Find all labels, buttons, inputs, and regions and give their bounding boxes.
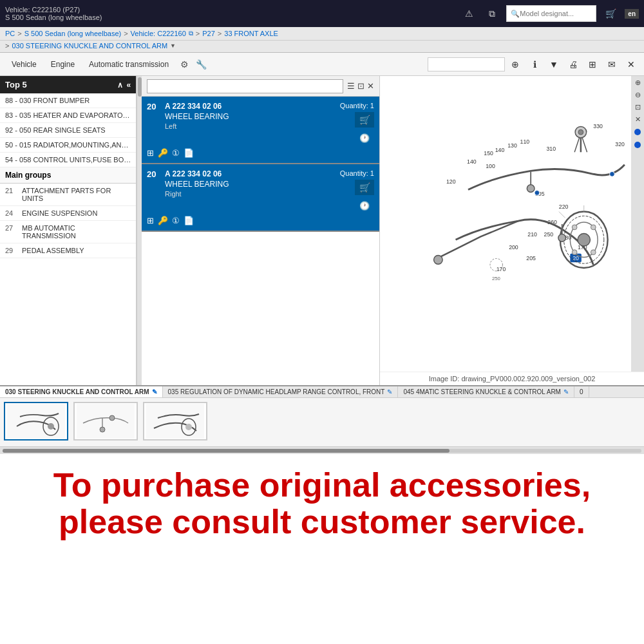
rt-close[interactable]: ✕ bbox=[635, 115, 641, 124]
thumb-label-2[interactable]: 045 4MATIC STEERING KNUCKLE & CONTROL AR… bbox=[398, 386, 574, 397]
rt-zoom-out[interactable]: ⊖ bbox=[635, 91, 641, 99]
part-pos-1: 20 bbox=[147, 169, 160, 198]
mid-toolbar: ☰ ⊡ ✕ bbox=[142, 76, 379, 97]
copy-icon[interactable]: ⧉ bbox=[483, 5, 501, 23]
warning-icon[interactable]: ⚠ bbox=[460, 5, 478, 23]
group-item-24[interactable]: 24 ENGINE SUSPENSION bbox=[0, 206, 136, 221]
model-search-input[interactable] bbox=[520, 10, 592, 17]
scrollbar-thumb[interactable] bbox=[3, 449, 450, 453]
clock-button-1[interactable]: 🕐 bbox=[355, 198, 374, 213]
email-icon[interactable]: ✉ bbox=[604, 57, 620, 72]
bc-front-axle[interactable]: 33 FRONT AXLE bbox=[224, 30, 278, 37]
breadcrumb-row1: PC > S 500 Sedan (long wheelbase) > Vehi… bbox=[0, 27, 644, 41]
thumb-label-1[interactable]: 035 REGULATION OF DYNAMIC HEADLAMP RANGE… bbox=[163, 386, 399, 397]
edit-icon-1[interactable]: ✎ bbox=[387, 388, 392, 395]
part-icons-1: ⊞ 🔑 ① 📄 bbox=[147, 216, 374, 225]
clock-button-0[interactable]: 🕐 bbox=[355, 130, 374, 146]
double-arrow-icon[interactable]: « bbox=[127, 80, 131, 90]
info-detail-icon[interactable]: ① bbox=[172, 148, 180, 158]
toolbar: Vehicle Engine Automatic transmission ⚙ … bbox=[0, 53, 644, 76]
copy-small-icon[interactable]: ⧉ bbox=[189, 30, 193, 37]
cart-button-0[interactable]: 🛒 bbox=[355, 112, 374, 128]
svg-text:120: 120 bbox=[446, 178, 456, 184]
top5-item-0[interactable]: 88 - 030 FRONT BUMPER bbox=[0, 93, 136, 108]
toolbar-search-input[interactable] bbox=[428, 57, 505, 71]
key-icon-1[interactable]: 🔑 bbox=[158, 216, 168, 225]
grid-detail-icon-1[interactable]: ⊞ bbox=[147, 216, 154, 225]
doc-icon[interactable]: 📄 bbox=[184, 148, 194, 158]
top5-title: Top 5 bbox=[5, 80, 27, 90]
grid-detail-icon[interactable]: ⊞ bbox=[147, 148, 154, 158]
vehicle-id: Vehicle: C222160 (P27) bbox=[5, 6, 102, 14]
svg-text:310: 310 bbox=[546, 146, 556, 152]
svg-text:200: 200 bbox=[509, 243, 518, 250]
key-icon[interactable]: 🔑 bbox=[158, 148, 168, 158]
top-bar-right: ⚠ ⧉ 🔍 🛒 en bbox=[460, 5, 639, 23]
info-detail-icon-1[interactable]: ① bbox=[172, 216, 180, 225]
expand-icon[interactable]: ⊡ bbox=[357, 81, 365, 91]
scrollbar-area[interactable] bbox=[0, 446, 644, 454]
list-icon[interactable]: ☰ bbox=[347, 81, 355, 91]
left-panel: Top 5 ∧ « 88 - 030 FRONT BUMPER 83 - 035… bbox=[0, 76, 137, 385]
zoom-in-icon[interactable]: ⊕ bbox=[507, 57, 523, 72]
bc-dropdown-arrow[interactable]: ▼ bbox=[170, 43, 176, 49]
group-item-27[interactable]: 27 MB AUTOMATIC TRANSMISSION bbox=[0, 221, 136, 243]
promo-line2: please consult customer service. bbox=[6, 504, 638, 540]
filter-icon[interactable]: ▼ bbox=[546, 57, 562, 72]
group-item-21[interactable]: 21 ATTACHMENT PARTS FOR UNITS bbox=[0, 184, 136, 206]
thumb-labels: 030 STEERING KNUCKLE AND CONTROL ARM ✎ 0… bbox=[0, 386, 644, 398]
thumb-img-2[interactable] bbox=[143, 402, 207, 440]
vehicle-name: S 500 Sedan (long wheelbase) bbox=[5, 14, 102, 21]
promo-text: To purchase original accessories, please… bbox=[6, 467, 638, 540]
part-item-1[interactable]: 20 A 222 334 02 06 WHEEL BEARING Right Q… bbox=[142, 164, 379, 232]
edit-icon-0[interactable]: ✎ bbox=[152, 388, 157, 395]
thumb-label-overflow[interactable]: 0 bbox=[574, 386, 589, 397]
svg-point-37 bbox=[535, 190, 540, 195]
svg-text:140: 140 bbox=[467, 158, 477, 164]
svg-text:220: 220 bbox=[559, 203, 569, 209]
promo-line1: To purchase original accessories, bbox=[6, 467, 638, 504]
left-scrollbar[interactable] bbox=[137, 76, 142, 385]
bc-vehicle-model[interactable]: S 500 Sedan (long wheelbase) bbox=[24, 30, 121, 37]
breadcrumb-row2: > 030 STEERING KNUCKLE AND CONTROL ARM ▼ bbox=[0, 41, 644, 53]
print-icon[interactable]: 🖨 bbox=[565, 57, 581, 72]
svg-point-36 bbox=[578, 129, 583, 135]
svg-text:110: 110 bbox=[520, 138, 530, 144]
bc-p27[interactable]: P27 bbox=[202, 30, 215, 37]
thumb-img-1[interactable] bbox=[73, 402, 138, 440]
cart-button-1[interactable]: 🛒 bbox=[355, 180, 374, 195]
top5-item-2[interactable]: 92 - 050 REAR SINGLE SEATS bbox=[0, 123, 136, 138]
tab-engine[interactable]: Engine bbox=[44, 56, 81, 73]
svg-text:20: 20 bbox=[573, 255, 579, 261]
close-icon[interactable]: ✕ bbox=[623, 57, 639, 72]
cart-icon[interactable]: 🛒 bbox=[601, 5, 620, 23]
bc-vehicle-id[interactable]: Vehicle: C222160 bbox=[131, 30, 186, 37]
info-icon[interactable]: ℹ bbox=[527, 57, 542, 72]
diagram-svg: 330 300 320 150 140 130 110 310 140 100 … bbox=[393, 115, 631, 334]
bc-pc[interactable]: PC bbox=[5, 30, 15, 37]
wrench-icon[interactable]: 🔧 bbox=[193, 57, 209, 72]
top5-item-1[interactable]: 83 - 035 HEATER AND EVAPORATOR H... bbox=[0, 108, 136, 123]
top5-item-3[interactable]: 50 - 015 RADIATOR,MOUNTING,AND C... bbox=[0, 138, 136, 153]
rt-fit[interactable]: ⊡ bbox=[635, 103, 641, 111]
parts-search-input[interactable] bbox=[147, 79, 343, 93]
mid-close-icon[interactable]: ✕ bbox=[367, 81, 374, 91]
collapse-icon[interactable]: ∧ bbox=[117, 80, 123, 90]
tab-auto-trans[interactable]: Automatic transmission bbox=[82, 56, 175, 73]
rt-zoom-in[interactable]: ⊕ bbox=[635, 79, 641, 87]
scrollbar-track[interactable] bbox=[3, 449, 641, 453]
settings-icon[interactable]: ⚙ bbox=[176, 57, 192, 72]
edit-icon-2[interactable]: ✎ bbox=[564, 388, 569, 395]
doc-icon-1[interactable]: 📄 bbox=[184, 216, 194, 225]
thumb-img-0[interactable] bbox=[4, 402, 68, 440]
group-item-29[interactable]: 29 PEDAL ASSEMBLY bbox=[0, 243, 136, 258]
tab-vehicle[interactable]: Vehicle bbox=[5, 56, 43, 73]
svg-text:140: 140 bbox=[495, 147, 505, 153]
part-item-0[interactable]: 20 A 222 334 02 06 WHEEL BEARING Left Qu… bbox=[142, 97, 379, 164]
top5-item-4[interactable]: 54 - 058 CONTROL UNITS,FUSE BOXE... bbox=[0, 153, 136, 167]
model-search-box[interactable]: 🔍 bbox=[506, 5, 596, 22]
grid-icon[interactable]: ⊞ bbox=[585, 57, 600, 72]
part-number-0: A 222 334 02 06 bbox=[165, 102, 229, 111]
thumb-label-0[interactable]: 030 STEERING KNUCKLE AND CONTROL ARM ✎ bbox=[0, 386, 163, 397]
bc-steering-knuckle[interactable]: 030 STEERING KNUCKLE AND CONTROL ARM bbox=[12, 42, 167, 50]
